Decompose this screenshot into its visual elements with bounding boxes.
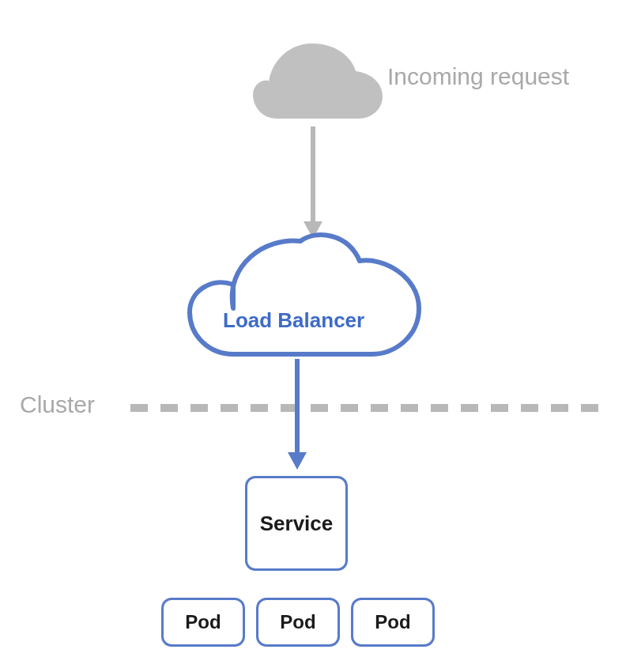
incoming-cloud-icon [253, 43, 383, 119]
pod-box-2: Pod [256, 598, 340, 647]
load-balancer-label: Load Balancer [223, 308, 364, 333]
pod-label: Pod [185, 611, 221, 633]
cluster-label: Cluster [20, 391, 95, 418]
service-label: Service [260, 512, 334, 536]
load-balancer-cloud-icon [190, 235, 419, 354]
diagram-canvas [0, 0, 626, 672]
pod-box-1: Pod [161, 598, 245, 647]
pod-label: Pod [375, 611, 410, 633]
arrow-incoming-to-lb [304, 126, 322, 239]
pod-box-3: Pod [351, 598, 435, 647]
service-box: Service [245, 476, 348, 571]
incoming-request-label: Incoming request [387, 63, 569, 90]
arrow-lb-to-service [288, 359, 307, 470]
svg-marker-4 [288, 452, 307, 470]
pod-label: Pod [280, 611, 315, 633]
